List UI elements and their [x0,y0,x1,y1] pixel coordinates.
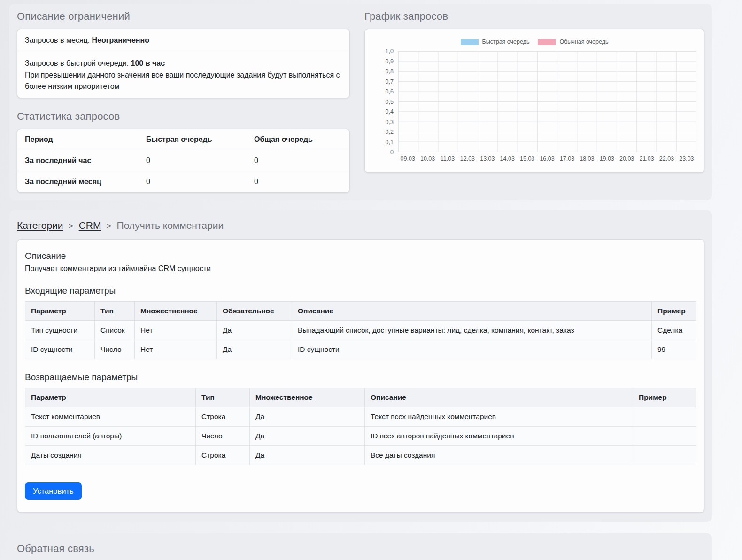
legend-item: Быстрая очередь [461,39,530,45]
y-axis-tick-label: 0,1 [386,139,394,146]
chart-legend: Быстрая очередьОбычная очередь [372,39,696,45]
limit-note: При превышении данного значения все ваши… [25,70,342,91]
x-axis-tick-label: 11.03 [438,156,457,162]
table-row: Даты созданияСтрокаДаВсе даты создания [25,445,696,465]
cell: ID всех авторов найденных комментариев [365,426,633,445]
limit-label: Запросов в быстрой очереди: [25,59,131,67]
breadcrumb-separator: > [69,221,74,231]
legend-swatch [538,39,556,45]
chart-plot-area: 1,00,90,80,70,60,50,40,30,20,10 [398,51,696,152]
column-header: Пример [633,388,696,407]
cell: Строка [196,445,250,465]
cell: За последний месяц [17,171,139,192]
table-body: За последний час00За последний месяц00 [17,150,349,192]
cell: Сделка [652,320,696,340]
cell: Список [95,320,135,340]
x-axis-tick-label: 20.03 [617,156,636,162]
chart-grid [398,51,696,152]
table-row: За последний час00 [17,150,349,171]
cell: За последний час [17,150,139,171]
breadcrumb-link[interactable]: CRM [79,220,101,231]
limit-label: Запросов в месяц: [25,36,92,44]
y-axis-tick-label: 0,8 [386,68,394,75]
stats-section-title: Статистика запросов [17,110,350,123]
legend-swatch [461,39,479,45]
table-row: За последний месяц00 [17,171,349,192]
stats-table: ПериодБыстрая очередьОбщая очередьЗа пос… [17,129,349,192]
cell: Текст комментариев [25,407,196,426]
cell: 0 [247,150,349,171]
column-header: Быстрая очередь [139,129,247,150]
column-header: Параметр [25,388,196,407]
column-header: Пример [652,301,696,320]
cell: 0 [139,150,247,171]
chart-column: График запросов Быстрая очередьОбычная о… [364,6,704,193]
y-axis-tick-label: 0 [390,149,394,156]
cell [633,407,696,426]
legend-label: Обычная очередь [559,39,608,45]
cell: Тип сущности [25,320,95,340]
x-axis-tick-label: 22.03 [657,156,676,162]
table-header: ПериодБыстрая очередьОбщая очередь [17,129,349,150]
cell: 0 [247,171,349,192]
cell: Да [250,426,365,445]
cell: 0 [139,171,247,192]
input-params-table: ПараметрТипМножественноеОбязательноеОпис… [25,301,696,359]
limit-value: 100 в час [131,59,165,67]
x-axis-tick-label: 15.03 [517,156,537,162]
output-params-table: ПараметрТипМножественноеОписаниеПримерТе… [25,388,696,465]
limit-line: Запросов в быстрой очереди: 100 в час [25,58,342,69]
chart-section-title: График запросов [364,10,704,23]
breadcrumb-current: Получить комментарии [117,220,224,231]
table-body: Текст комментариевСтрокаДаТекст всех най… [25,407,696,465]
x-axis-tick-label: 13.03 [478,156,497,162]
x-axis-tick-label: 09.03 [398,156,417,162]
install-button[interactable]: Установить [25,482,82,500]
x-axis-tick-label: 16.03 [537,156,557,162]
page: Описание ограничений Запросов в месяц: Н… [0,0,742,560]
x-axis-tick-label: 12.03 [457,156,477,162]
breadcrumb-link[interactable]: Категории [17,220,63,231]
feedback-panel: Обратная связь Вы можете предложить свои… [9,533,712,560]
table-row: ID сущностиЧислоНетДаID сущности99 [25,340,696,359]
limits-card: Запросов в месяц: НеограниченноЗапросов … [17,29,350,98]
input-params-heading: Входящие параметры [25,286,696,296]
column-header: Период [17,129,139,150]
cell: Все даты создания [365,445,633,465]
limit-value: Неограниченно [92,36,149,44]
column-header: Тип [95,301,135,320]
cell: 99 [652,340,696,359]
legend-label: Быстрая очередь [482,39,530,45]
y-axis-tick-label: 1,0 [386,48,394,54]
limit-line: Запросов в месяц: Неограниченно [25,35,342,46]
column-header: Множественное [250,388,365,407]
y-axis-tick-label: 0,9 [386,58,394,65]
cell: Нет [135,320,217,340]
description-text: Получает комментарии из таймлайна CRM су… [25,264,696,273]
limits-section-title: Описание ограничений [17,10,350,23]
y-axis-tick-label: 0,5 [386,99,394,105]
breadcrumb-separator: > [106,221,111,231]
x-axis-tick-label: 19.03 [597,156,617,162]
column-header: Тип [196,388,250,407]
table-body: Тип сущностиСписокНетДаВыпадающий список… [25,320,696,359]
column-header: Обязательное [217,301,292,320]
x-axis-tick-label: 21.03 [637,156,657,162]
x-axis-tick-label: 14.03 [497,156,517,162]
breadcrumb: Категории>CRM>Получить комментарии [17,220,704,231]
robot-card: Описание Получает комментарии из таймлай… [17,239,704,513]
table-row: Текст комментариевСтрокаДаТекст всех най… [25,407,696,426]
y-axis-tick-label: 0,2 [386,129,394,135]
robot-detail-panel: Категории>CRM>Получить комментарии Описа… [9,210,712,522]
limits-and-stats-column: Описание ограничений Запросов в месяц: Н… [17,6,350,193]
requests-chart-card: Быстрая очередьОбычная очередь 1,00,90,8… [364,29,704,173]
table-row: Тип сущностиСписокНетДаВыпадающий список… [25,320,696,340]
cell: Выпадающий список, доступные варианты: л… [292,320,652,340]
x-axis-tick-label: 23.03 [677,156,696,162]
x-axis-tick-label: 18.03 [577,156,597,162]
chart-x-axis: 09.0310.0311.0312.0313.0314.0315.0316.03… [398,156,696,162]
description-heading: Описание [25,251,696,261]
column-header: Описание [365,388,633,407]
y-axis-tick-label: 0,7 [386,78,394,85]
cell: ID пользователей (авторы) [25,426,196,445]
